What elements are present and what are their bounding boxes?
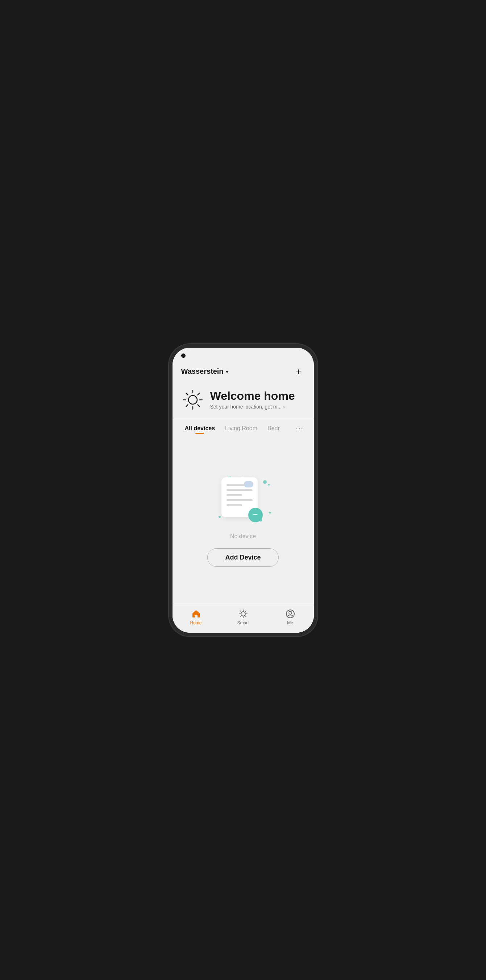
- svg-line-17: [240, 616, 241, 617]
- phone-screen: Wasserstein ▾ + Welco: [172, 348, 314, 633]
- nav-item-smart[interactable]: Smart: [220, 609, 267, 625]
- tabs-more-button[interactable]: ···: [293, 419, 306, 436]
- tabs-container: All devices Living Room Bedr ···: [172, 419, 314, 436]
- header: Wasserstein ▾ +: [172, 364, 314, 382]
- minus-icon: −: [253, 511, 258, 519]
- welcome-text: Welcome home Set your home location, get…: [210, 390, 295, 410]
- welcome-title: Welcome home: [210, 390, 295, 402]
- no-device-badge: −: [248, 508, 263, 522]
- deco-dot-2: [263, 480, 267, 484]
- sun-icon: [181, 388, 204, 411]
- me-nav-icon: [285, 609, 295, 619]
- home-selector[interactable]: Wasserstein ▾: [181, 367, 228, 375]
- chevron-right-icon: ›: [283, 404, 285, 410]
- smart-nav-icon: [238, 609, 248, 619]
- doc-card: −: [221, 477, 258, 517]
- svg-line-14: [240, 611, 241, 612]
- bottom-nav: Home Smart: [172, 605, 314, 633]
- phone-frame: Wasserstein ▾ + Welco: [172, 348, 314, 633]
- svg-line-5: [186, 393, 188, 395]
- svg-point-0: [188, 396, 197, 404]
- nav-me-label: Me: [287, 620, 293, 625]
- tab-all-devices-label: All devices: [185, 425, 215, 432]
- chevron-down-icon: ▾: [226, 369, 228, 374]
- status-bar: [172, 348, 314, 364]
- add-device-label: Add Device: [225, 554, 261, 562]
- doc-cloud: [244, 481, 253, 487]
- svg-line-15: [245, 616, 246, 617]
- deco-star-3: ✦: [268, 510, 272, 516]
- add-device-button[interactable]: Add Device: [207, 548, 278, 567]
- welcome-section: Welcome home Set your home location, get…: [172, 382, 314, 418]
- nav-item-home[interactable]: Home: [172, 609, 220, 625]
- deco-star-2: ✦: [267, 482, 271, 487]
- tab-living-room-label: Living Room: [225, 425, 257, 432]
- camera-dot: [181, 353, 186, 358]
- add-button[interactable]: +: [292, 365, 305, 378]
- svg-point-19: [289, 611, 292, 614]
- plus-icon: +: [296, 367, 301, 376]
- welcome-subtitle-text: Set your home location, get m...: [210, 404, 282, 410]
- home-name: Wasserstein: [181, 367, 224, 375]
- no-device-label: No device: [230, 533, 256, 539]
- deco-dot-3: [218, 516, 221, 518]
- tab-bedroom[interactable]: Bedr: [262, 419, 285, 435]
- home-nav-icon: [191, 609, 201, 619]
- tab-active-indicator: [195, 433, 204, 434]
- tab-living-room[interactable]: Living Room: [220, 419, 262, 435]
- main-content: ✦ ✦ ✦ − No device: [172, 436, 314, 605]
- empty-state-illustration: ✦ ✦ ✦ −: [214, 474, 272, 524]
- nav-smart-label: Smart: [237, 620, 249, 625]
- nav-item-me[interactable]: Me: [267, 609, 314, 625]
- tab-all-devices[interactable]: All devices: [180, 419, 220, 435]
- doc-line-2: [226, 489, 253, 491]
- svg-line-6: [198, 404, 199, 406]
- svg-line-7: [198, 393, 199, 395]
- doc-line-3: [226, 494, 242, 496]
- svg-line-8: [186, 404, 188, 406]
- nav-home-label: Home: [190, 620, 201, 625]
- doc-line-5: [226, 504, 242, 506]
- location-prompt[interactable]: Set your home location, get m... ›: [210, 404, 295, 410]
- doc-line-4: [226, 499, 253, 501]
- tab-bedroom-label: Bedr: [268, 425, 280, 432]
- svg-point-9: [241, 612, 245, 616]
- svg-line-16: [245, 611, 246, 612]
